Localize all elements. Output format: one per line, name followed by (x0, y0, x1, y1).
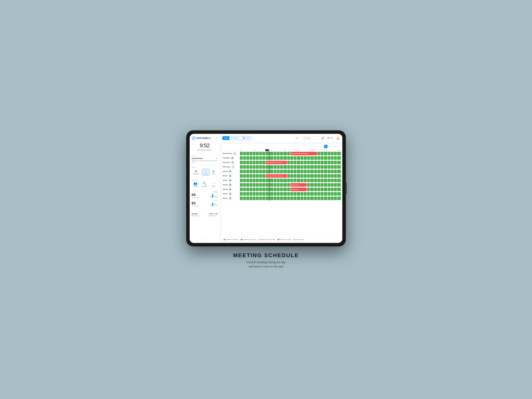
time-slot[interactable] (266, 187, 269, 192)
time-slot[interactable] (253, 196, 256, 200)
time-slot[interactable] (246, 187, 249, 192)
time-slot[interactable] (297, 160, 300, 165)
time-slot[interactable] (243, 174, 246, 178)
time-slot[interactable] (243, 169, 246, 174)
time-slot[interactable] (259, 196, 262, 200)
time-slot[interactable] (243, 196, 246, 200)
time-slot[interactable] (283, 178, 287, 183)
page-next[interactable]: › (338, 145, 339, 148)
time-slot[interactable] (324, 187, 328, 192)
time-slot[interactable] (287, 160, 290, 165)
time-slot[interactable] (256, 169, 259, 174)
time-slot[interactable] (256, 156, 259, 160)
time-slot[interactable] (310, 165, 314, 169)
time-slot[interactable] (314, 156, 317, 160)
floor-badge[interactable]: ! (215, 157, 218, 160)
time-slot[interactable] (277, 183, 280, 187)
time-slot[interactable] (324, 169, 328, 174)
time-slot[interactable] (274, 156, 277, 160)
time-slot[interactable] (262, 169, 265, 174)
time-slot[interactable] (314, 160, 317, 165)
time-slot[interactable] (262, 187, 265, 192)
refresh-icon[interactable]: ↻ (216, 137, 218, 139)
time-slot[interactable] (240, 165, 243, 169)
page-5[interactable]: 5 (324, 145, 328, 148)
time-slot[interactable] (287, 151, 290, 156)
view-grid[interactable]: ⊟ Grid (211, 169, 216, 175)
time-slot[interactable] (317, 187, 320, 192)
time-slot[interactable] (320, 165, 323, 169)
time-slot[interactable] (307, 192, 310, 196)
time-slot[interactable] (240, 183, 243, 187)
time-slot[interactable] (259, 165, 262, 169)
timeline-container[interactable]: 8:00 9:00 9:52 (221, 149, 341, 238)
action-people[interactable]: 👥 People (192, 182, 200, 187)
time-slot[interactable] (317, 183, 320, 187)
time-slot[interactable] (290, 196, 293, 200)
time-slot[interactable] (277, 156, 280, 160)
time-slot[interactable] (324, 196, 328, 200)
time-slot[interactable] (246, 178, 249, 183)
time-slot[interactable] (259, 192, 262, 196)
time-slot[interactable] (314, 183, 317, 187)
time-slot[interactable] (337, 160, 341, 165)
time-slot[interactable] (259, 169, 262, 174)
time-slot[interactable] (310, 183, 314, 187)
meeting-slot[interactable]: Meeting with Dhruval KeswaniThomas, Dhru… (266, 174, 287, 178)
time-slot[interactable] (320, 192, 323, 196)
time-slot[interactable] (262, 151, 265, 156)
time-slot[interactable] (293, 160, 297, 165)
time-slot[interactable] (324, 174, 328, 178)
time-slot[interactable] (334, 196, 337, 200)
time-slot[interactable] (277, 187, 280, 192)
time-slot[interactable] (320, 183, 323, 187)
time-slot[interactable] (240, 151, 243, 156)
time-slot[interactable] (249, 156, 253, 160)
time-slot[interactable] (331, 156, 334, 160)
time-slot[interactable] (262, 183, 265, 187)
time-slot[interactable] (266, 196, 269, 200)
time-slot[interactable] (259, 183, 262, 187)
time-slot[interactable] (337, 174, 341, 178)
time-slot[interactable] (320, 151, 323, 156)
time-slot[interactable] (307, 183, 310, 187)
time-slot[interactable] (243, 178, 246, 183)
time-slot[interactable] (310, 196, 314, 200)
time-slot[interactable] (307, 174, 310, 178)
time-slot[interactable] (253, 187, 256, 192)
time-slot[interactable] (256, 174, 259, 178)
time-slot[interactable] (277, 196, 280, 200)
time-slot[interactable] (317, 196, 320, 200)
time-slot[interactable] (240, 160, 243, 165)
time-slot[interactable] (253, 165, 256, 169)
time-slot[interactable] (300, 174, 304, 178)
time-slot[interactable] (314, 174, 317, 178)
time-slot[interactable] (328, 174, 331, 178)
meeting-slot[interactable]: Meeting with Dhruval KeswaniDhruval Kesw… (290, 151, 317, 156)
time-slot[interactable] (337, 192, 341, 196)
time-slot[interactable] (266, 156, 269, 160)
time-slot[interactable] (300, 156, 304, 160)
time-slot[interactable] (317, 192, 320, 196)
time-slot[interactable] (334, 169, 337, 174)
page-6[interactable]: 6 (328, 145, 331, 148)
time-slot[interactable] (270, 187, 274, 192)
time-slot[interactable] (324, 160, 328, 165)
time-slot[interactable] (314, 178, 317, 183)
meeting-slot[interactable]: Meeting with Dhruval KeswaniDhruval Kesw… (266, 160, 287, 165)
time-slot[interactable] (246, 169, 249, 174)
time-slot[interactable] (256, 192, 259, 196)
time-slot[interactable] (266, 192, 269, 196)
time-slot[interactable] (274, 183, 277, 187)
time-slot[interactable] (249, 183, 253, 187)
time-slot[interactable] (331, 192, 334, 196)
page-prev[interactable]: ‹ (312, 145, 314, 148)
view-timeline[interactable]: ≡ Timeline (202, 169, 209, 175)
time-slot[interactable] (324, 156, 328, 160)
time-slot[interactable] (253, 174, 256, 178)
time-slot[interactable] (300, 178, 304, 183)
time-slot[interactable] (266, 169, 269, 174)
time-slot[interactable] (246, 192, 249, 196)
time-slot[interactable] (297, 178, 300, 183)
time-slot[interactable] (300, 165, 304, 169)
